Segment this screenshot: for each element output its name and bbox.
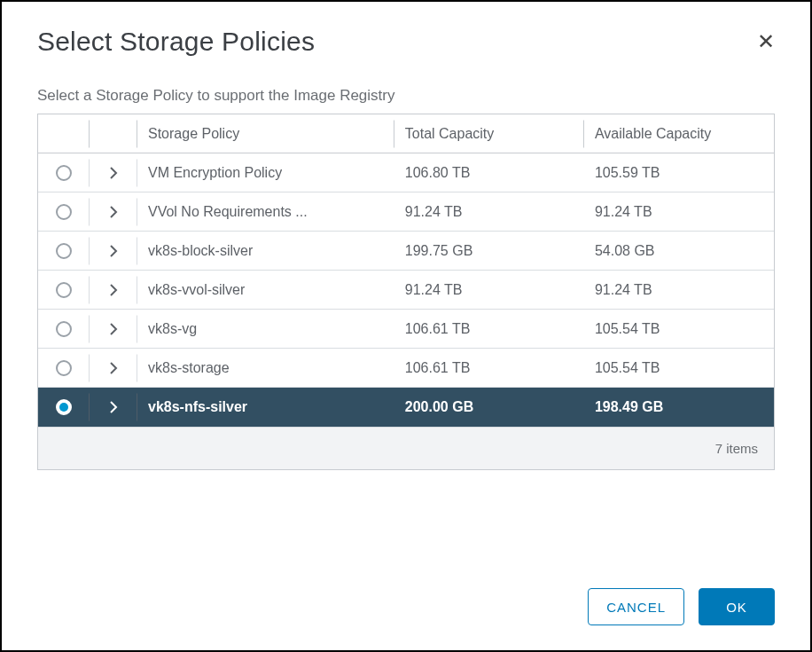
- row-avail-cell: 91.24 TB: [584, 192, 774, 231]
- radio-icon[interactable]: [56, 165, 72, 181]
- close-icon[interactable]: ✕: [753, 27, 775, 56]
- row-avail-cell: 105.54 TB: [584, 310, 774, 348]
- row-expand-cell[interactable]: [90, 232, 137, 270]
- ok-button-label: OK: [726, 600, 747, 615]
- grid-header-row: Storage Policy Total Capacity Available …: [38, 114, 774, 153]
- storage-policy-grid: Storage Policy Total Capacity Available …: [37, 114, 775, 470]
- cancel-button[interactable]: CANCEL: [588, 588, 684, 625]
- table-row[interactable]: vk8s-nfs-silver200.00 GB198.49 GB: [38, 388, 774, 427]
- row-policy-cell: vk8s-vvol-silver: [137, 271, 394, 309]
- radio-icon[interactable]: [56, 360, 72, 376]
- row-policy-name: VM Encryption Policy: [148, 165, 282, 181]
- select-storage-policies-dialog: Select Storage Policies ✕ Select a Stora…: [0, 0, 812, 652]
- grid-header-total: Total Capacity: [394, 114, 584, 153]
- row-total-value: 106.80 TB: [405, 165, 471, 181]
- grid-item-count: 7 items: [715, 441, 758, 456]
- row-radio-cell[interactable]: [38, 310, 90, 348]
- row-radio-cell[interactable]: [38, 349, 90, 387]
- row-total-cell: 91.24 TB: [394, 192, 584, 231]
- dialog-header: Select Storage Policies ✕: [37, 27, 775, 57]
- row-radio-cell[interactable]: [38, 192, 90, 231]
- row-avail-value: 105.54 TB: [595, 321, 660, 337]
- row-total-value: 91.24 TB: [405, 204, 463, 220]
- row-expand-cell[interactable]: [90, 192, 137, 231]
- chevron-right-icon[interactable]: [90, 271, 137, 309]
- grid-footer: 7 items: [38, 427, 774, 469]
- row-policy-name: vk8s-nfs-silver: [148, 399, 247, 415]
- grid-header-total-label: Total Capacity: [405, 126, 495, 142]
- row-radio-cell[interactable]: [38, 153, 90, 192]
- grid-header-policy: Storage Policy: [137, 114, 394, 153]
- table-row[interactable]: vk8s-vg106.61 TB105.54 TB: [38, 310, 774, 349]
- row-policy-cell: vk8s-vg: [137, 310, 394, 348]
- row-policy-cell: vk8s-block-silver: [137, 232, 394, 270]
- radio-icon[interactable]: [56, 282, 72, 298]
- row-total-cell: 106.61 TB: [394, 349, 584, 387]
- row-total-value: 200.00 GB: [405, 399, 473, 415]
- row-policy-name: vk8s-block-silver: [148, 243, 253, 259]
- row-expand-cell[interactable]: [90, 153, 137, 192]
- grid-header-avail: Available Capacity: [584, 114, 774, 153]
- row-policy-name: VVol No Requirements ...: [148, 204, 308, 220]
- table-row[interactable]: vk8s-block-silver199.75 GB54.08 GB: [38, 232, 774, 271]
- table-row[interactable]: VVol No Requirements ...91.24 TB91.24 TB: [38, 192, 774, 232]
- row-policy-cell: VVol No Requirements ...: [137, 192, 394, 231]
- row-policy-cell: vk8s-storage: [137, 349, 394, 387]
- grid-header-select: [38, 114, 90, 153]
- row-avail-value: 91.24 TB: [595, 282, 652, 298]
- chevron-right-icon[interactable]: [90, 349, 137, 387]
- dialog-title: Select Storage Policies: [37, 27, 315, 57]
- table-row[interactable]: vk8s-storage106.61 TB105.54 TB: [38, 349, 774, 388]
- row-expand-cell[interactable]: [90, 349, 137, 387]
- grid-header-expand: [90, 114, 137, 153]
- row-total-value: 106.61 TB: [405, 360, 471, 376]
- row-avail-value: 91.24 TB: [595, 204, 652, 220]
- chevron-right-icon[interactable]: [90, 388, 137, 426]
- chevron-right-icon[interactable]: [90, 153, 137, 192]
- dialog-subtitle: Select a Storage Policy to support the I…: [37, 87, 775, 105]
- ok-button[interactable]: OK: [699, 588, 775, 625]
- row-avail-cell: 105.54 TB: [584, 349, 774, 387]
- cancel-button-label: CANCEL: [606, 600, 666, 615]
- radio-icon[interactable]: [56, 204, 72, 220]
- row-policy-name: vk8s-vg: [148, 321, 197, 337]
- row-total-value: 199.75 GB: [405, 243, 473, 259]
- row-expand-cell[interactable]: [90, 271, 137, 309]
- row-total-cell: 106.61 TB: [394, 310, 584, 348]
- table-row[interactable]: VM Encryption Policy106.80 TB105.59 TB: [38, 153, 774, 192]
- row-radio-cell[interactable]: [38, 388, 90, 426]
- chevron-right-icon[interactable]: [90, 192, 137, 231]
- table-row[interactable]: vk8s-vvol-silver91.24 TB91.24 TB: [38, 271, 774, 310]
- chevron-right-icon[interactable]: [90, 232, 137, 270]
- row-total-cell: 91.24 TB: [394, 271, 584, 309]
- radio-icon[interactable]: [56, 243, 72, 259]
- row-radio-cell[interactable]: [38, 232, 90, 270]
- row-total-value: 106.61 TB: [405, 321, 471, 337]
- row-total-cell: 199.75 GB: [394, 232, 584, 270]
- row-avail-value: 105.59 TB: [595, 165, 660, 181]
- row-policy-cell: vk8s-nfs-silver: [137, 388, 394, 426]
- radio-icon[interactable]: [56, 321, 72, 337]
- row-avail-value: 105.54 TB: [595, 360, 660, 376]
- row-expand-cell[interactable]: [90, 388, 137, 426]
- row-avail-cell: 198.49 GB: [584, 388, 774, 426]
- row-avail-cell: 105.59 TB: [584, 153, 774, 192]
- row-policy-name: vk8s-vvol-silver: [148, 282, 245, 298]
- row-policy-cell: VM Encryption Policy: [137, 153, 394, 192]
- grid-header-avail-label: Available Capacity: [595, 126, 711, 142]
- chevron-right-icon[interactable]: [90, 310, 137, 348]
- row-avail-value: 54.08 GB: [595, 243, 655, 259]
- row-radio-cell[interactable]: [38, 271, 90, 309]
- grid-header-policy-label: Storage Policy: [148, 126, 239, 142]
- radio-icon[interactable]: [56, 399, 72, 415]
- row-total-cell: 200.00 GB: [394, 388, 584, 426]
- row-avail-cell: 91.24 TB: [584, 271, 774, 309]
- row-total-value: 91.24 TB: [405, 282, 463, 298]
- row-policy-name: vk8s-storage: [148, 360, 230, 376]
- row-avail-value: 198.49 GB: [595, 399, 663, 415]
- row-avail-cell: 54.08 GB: [584, 232, 774, 270]
- row-expand-cell[interactable]: [90, 310, 137, 348]
- row-total-cell: 106.80 TB: [394, 153, 584, 192]
- dialog-actions: CANCEL OK: [588, 588, 775, 625]
